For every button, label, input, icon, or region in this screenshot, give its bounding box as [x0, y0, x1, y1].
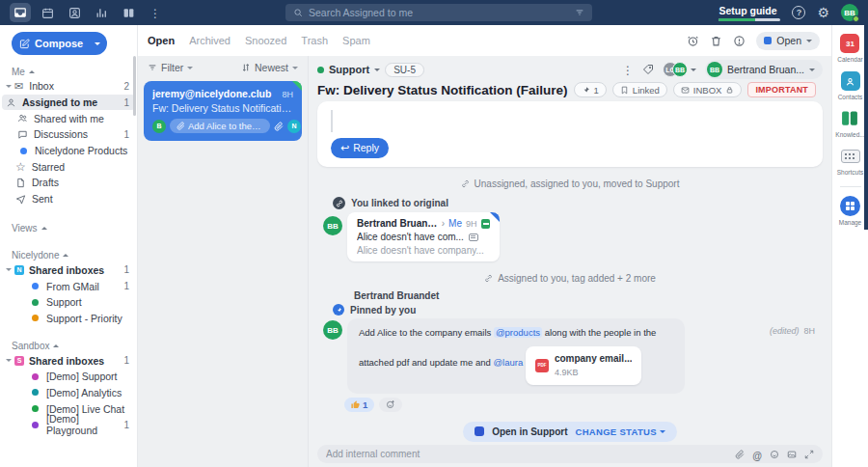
mention-products[interactable]: @products: [494, 327, 542, 338]
sidebar-item-demo-playground[interactable]: [Demo] Playground 1: [0, 417, 137, 433]
internal-comment-composer[interactable]: [317, 445, 823, 463]
search-bar[interactable]: [285, 4, 592, 21]
participant-avatars[interactable]: LO BB: [663, 62, 696, 77]
tab-archived[interactable]: Archived: [189, 35, 231, 46]
filter-icon[interactable]: [148, 63, 157, 72]
sort-arrows-icon[interactable]: [241, 63, 251, 72]
file-icon: [15, 178, 26, 188]
sidebar-scrollbar[interactable]: [133, 56, 136, 116]
book-icon: [840, 109, 859, 128]
sidebar-item-sent[interactable]: Sent: [0, 191, 137, 207]
compose-button[interactable]: Compose: [12, 32, 107, 55]
mail-nav-icon[interactable]: [10, 3, 31, 22]
rail-item-calendar[interactable]: 31 Calendar: [837, 34, 862, 63]
chevron-down-icon[interactable]: [292, 67, 298, 72]
sidebar-item-discussions[interactable]: Discussions 1: [0, 126, 137, 143]
email-message-card[interactable]: Reply: [317, 101, 823, 167]
split-view-nav-icon[interactable]: [118, 3, 139, 22]
rail-item-shortcuts[interactable]: Shortcuts: [837, 147, 863, 176]
comment-input[interactable]: [326, 449, 735, 459]
task-chip[interactable]: Add Alice to the compa...: [170, 119, 270, 133]
sidebar-item-nd-shared-inboxes[interactable]: N Shared inboxes 1: [0, 262, 137, 279]
attachment-card[interactable]: PDF company email... 4.9KB: [526, 346, 642, 385]
expand-icon[interactable]: [804, 450, 814, 459]
filter-icon[interactable]: [575, 8, 584, 17]
reply-button[interactable]: Reply: [331, 138, 389, 158]
trash-icon[interactable]: [710, 35, 722, 47]
paperclip-icon[interactable]: [735, 450, 745, 459]
sidebar-item-drafts[interactable]: Drafts: [0, 175, 137, 191]
sidebar-item-shared-with-me[interactable]: Shared with me: [0, 110, 137, 126]
ticket-id-chip[interactable]: SU-5: [385, 63, 424, 77]
sidebar-item-inbox[interactable]: Inbox 2: [0, 78, 137, 95]
tab-trash[interactable]: Trash: [301, 35, 328, 46]
kebab-icon[interactable]: [622, 61, 634, 78]
sort-label[interactable]: Newest: [255, 62, 288, 73]
mention-icon[interactable]: [752, 446, 762, 463]
tab-open[interactable]: Open: [148, 35, 175, 46]
pin-count-chip[interactable]: 1: [574, 82, 607, 97]
chevron-down-icon[interactable]: [6, 268, 12, 274]
sidebar-item-demo-analytics[interactable]: [Demo] Analytics: [0, 385, 137, 401]
sidebar-item-support[interactable]: Support: [0, 294, 137, 311]
more-nav-icon[interactable]: [145, 3, 166, 22]
filter-label[interactable]: Filter: [161, 62, 183, 73]
mailbox-tabs-bar: Open Archived Snoozed Trash Spam Open: [138, 25, 831, 56]
sidebar-item-sb-shared-inboxes[interactable]: S Shared inboxes 1: [0, 352, 137, 369]
search-input[interactable]: [309, 7, 575, 18]
section-header-views[interactable]: Views: [0, 222, 137, 235]
sidebar-item-from-gmail[interactable]: From GMail 1: [0, 278, 137, 294]
linked-chip[interactable]: Linked: [612, 82, 667, 97]
assignee-selector[interactable]: BB Bertrand Bruan...: [705, 60, 823, 79]
section-header-nicelydone[interactable]: Nicelydone: [0, 249, 137, 262]
important-label-chip[interactable]: IMPORTANT: [747, 82, 816, 97]
section-header-sandbox[interactable]: Sandbox: [0, 339, 137, 352]
inbox-dot-icon: [32, 422, 39, 428]
sidebar-item-assigned-to-me[interactable]: Assigned to me 1: [2, 95, 135, 111]
section-header-me[interactable]: Me: [0, 65, 137, 78]
rail-item-contacts[interactable]: Contacts: [838, 71, 863, 100]
sidebar-item-starred[interactable]: Starred: [0, 158, 137, 175]
rail-item-knowledge[interactable]: Knowled...: [835, 109, 864, 138]
comment-bubble[interactable]: Add Alice to the company emails @product…: [347, 318, 685, 394]
tag-icon[interactable]: [642, 64, 654, 75]
linked-original-card[interactable]: Bertrand Bruandet › Me 9H Alice doesn't …: [347, 212, 500, 261]
calendar-nav-icon[interactable]: [37, 3, 58, 22]
contacts-nav-icon[interactable]: [64, 3, 85, 22]
setup-guide[interactable]: Setup guide: [719, 5, 780, 21]
tab-snoozed[interactable]: Snoozed: [245, 35, 286, 46]
conversation-card-selected[interactable]: jeremy@nicelydone.club 8H Fw: Delivery S…: [144, 81, 302, 141]
tab-spam[interactable]: Spam: [342, 35, 370, 46]
user-avatar[interactable]: BB: [841, 4, 858, 21]
chevron-down-icon[interactable]: [6, 85, 12, 91]
sidebar-item-support-priority[interactable]: Support - Priority: [0, 311, 137, 327]
inbox-chip-label: INBOX: [693, 85, 722, 96]
change-status-button[interactable]: CHANGE STATUS: [576, 426, 665, 437]
divider: [840, 186, 861, 187]
thumbs-up-reaction-chip[interactable]: 1: [344, 398, 374, 412]
chevron-down-icon[interactable]: [95, 42, 100, 48]
conversation-status-pill[interactable]: Open in Support CHANGE STATUS: [463, 422, 677, 442]
snooze-clock-icon[interactable]: [687, 35, 699, 47]
rail-item-manage[interactable]: Manage: [839, 196, 862, 226]
alert-circle-icon[interactable]: [733, 35, 746, 47]
inbox-selector[interactable]: Support: [317, 64, 380, 75]
sidebar-item-demo-support[interactable]: [Demo] Support: [0, 369, 137, 385]
sidebar-item-nicelydone-products[interactable]: Nicelydone Products: [0, 143, 137, 159]
help-icon[interactable]: ?: [792, 6, 805, 19]
emoji-icon[interactable]: [770, 450, 779, 459]
analytics-nav-icon[interactable]: [91, 3, 112, 22]
media-icon[interactable]: [787, 450, 797, 459]
inbox-chip[interactable]: INBOX: [673, 82, 743, 97]
mention-laura[interactable]: @laura: [493, 358, 523, 369]
conversation-status-chip[interactable]: Open: [756, 32, 820, 50]
add-reaction-button[interactable]: [379, 398, 402, 412]
sidebar-item-label: Assigned to me: [22, 96, 123, 108]
conversation-sender: jeremy@nicelydone.club: [152, 88, 282, 99]
chevron-down-icon[interactable]: [187, 67, 193, 72]
reply-arrow-icon: [340, 142, 349, 154]
chevron-down-icon[interactable]: [6, 359, 12, 365]
settings-gear-icon[interactable]: [817, 4, 829, 21]
conversation-subject: Fw: Delivery Status Notificatio...: [152, 102, 293, 114]
pdf-file-icon: PDF: [535, 359, 549, 372]
